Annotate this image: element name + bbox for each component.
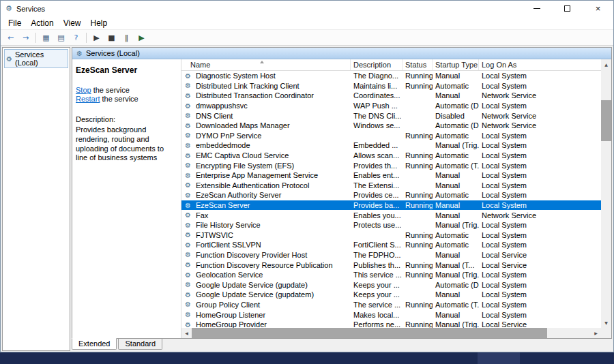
scroll-right-icon[interactable]: ▶	[591, 328, 601, 338]
restart-service-link[interactable]: Restart	[76, 95, 100, 103]
service-row[interactable]: ⚙dmwappushsvcWAP Push ...Automatic (D...…	[181, 101, 601, 111]
service-row[interactable]: ⚙File History ServiceProtects use...Manu…	[181, 220, 601, 230]
service-logon-as: Local System	[479, 132, 601, 140]
horizontal-scroll-thumb[interactable]	[192, 328, 547, 338]
service-row[interactable]: ⚙DYMO PnP ServiceRunningAutomaticLocal S…	[181, 131, 601, 141]
service-logon-as: Local System	[479, 301, 601, 309]
scroll-up-icon[interactable]: ▲	[601, 59, 611, 70]
service-row[interactable]: ⚙embeddedmodeEmbedded ...Manual (Trig...…	[181, 140, 601, 151]
service-name-cell: ⚙Distributed Link Tracking Client	[181, 82, 351, 90]
service-row[interactable]: ⚙EMC Captiva Cloud ServiceAllows scan...…	[181, 151, 601, 161]
service-description: Provides ce...	[351, 191, 403, 199]
service-row[interactable]: ⚙FortiClient SSLVPNFortiClient S...Runni…	[181, 240, 601, 250]
service-row[interactable]: ⚙HomeGroup ProviderPerforms ne...Running…	[181, 320, 601, 328]
service-row[interactable]: ⚙Google Update Service (gupdate)Keeps yo…	[181, 279, 601, 290]
menu-help[interactable]: Help	[86, 18, 113, 29]
window-title: Services	[16, 5, 45, 13]
scroll-down-icon[interactable]: ▼	[601, 318, 611, 328]
service-name-cell: ⚙HomeGroup Provider	[181, 320, 351, 328]
column-header-startup-type[interactable]: Startup Type	[433, 59, 479, 70]
service-row[interactable]: ⚙Downloaded Maps ManagerWindows se...Aut…	[181, 121, 601, 131]
column-header-log-on-as[interactable]: Log On As	[479, 59, 601, 70]
show-console-tree-button[interactable]: ▦	[39, 31, 53, 44]
service-name-cell: ⚙EMC Captiva Cloud Service	[181, 151, 351, 160]
service-row[interactable]: ⚙FJTWSVICRunningAutomaticLocal System	[181, 230, 601, 241]
service-name: DNS Client	[196, 112, 233, 120]
pause-service-button[interactable]: ‖	[119, 31, 134, 44]
service-gear-icon: ⚙	[184, 192, 192, 199]
tab-standard[interactable]: Standard	[118, 339, 162, 350]
service-description-text: Provides background rendering, routing a…	[76, 125, 177, 163]
menu-file[interactable]: File	[3, 18, 26, 29]
service-startup-type: Automatic (T...	[433, 162, 479, 170]
content-frame: ⚙ Services (Local) EzeScan Server Stop t…	[72, 47, 612, 339]
stop-service-button[interactable]: ■	[104, 31, 119, 44]
service-row[interactable]: ⚙Group Policy ClientThe service ...Runni…	[181, 300, 601, 310]
service-logon-as: Network Service	[479, 91, 601, 100]
service-row[interactable]: ⚙Distributed Transaction CoordinatorCoor…	[181, 91, 601, 101]
vertical-scrollbar[interactable]: ▲ ▼	[601, 59, 611, 328]
tree-item-services-local[interactable]: ⚙ Services (Local)	[4, 49, 68, 68]
service-name-cell: ⚙Fax	[181, 211, 351, 219]
service-gear-icon: ⚙	[184, 162, 192, 169]
column-header-description[interactable]: Description	[351, 59, 403, 70]
service-status: Running	[403, 132, 433, 140]
service-row[interactable]: ⚙Encrypting File System (EFS)Provides th…	[181, 160, 601, 170]
service-row[interactable]: ⚙FaxEnables you...ManualNetwork Service	[181, 210, 601, 220]
horizontal-scrollbar[interactable]: ◀ ▶	[181, 328, 601, 338]
service-name-cell: ⚙File History Service	[181, 221, 351, 229]
service-row[interactable]: ⚙HomeGroup ListenerMakes local...ManualL…	[181, 309, 601, 320]
menu-action[interactable]: Action	[26, 18, 58, 29]
maximize-button[interactable]	[552, 1, 583, 16]
service-name: Function Discovery Provider Host	[196, 251, 307, 259]
service-row[interactable]: ⚙EzeScan ServerProvides ba...RunningManu…	[181, 200, 601, 211]
taskbar[interactable]	[0, 352, 614, 364]
service-gear-icon: ⚙	[184, 251, 192, 258]
minimize-button[interactable]	[521, 1, 552, 16]
service-row[interactable]: ⚙Diagnostic System HostThe Diagno...Runn…	[181, 71, 601, 81]
service-logon-as: Local System	[479, 82, 601, 90]
service-row[interactable]: ⚙Function Discovery Resource Publication…	[181, 260, 601, 270]
service-row[interactable]: ⚙Enterprise App Management ServiceEnable…	[181, 170, 601, 181]
service-row[interactable]: ⚙Function Discovery Provider HostThe FDP…	[181, 250, 601, 260]
service-startup-type: Automatic	[433, 82, 479, 90]
taskbar-segment[interactable]	[478, 352, 520, 364]
service-row[interactable]: ⚙EzeScan Authority ServerProvides ce...R…	[181, 190, 601, 200]
service-row[interactable]: ⚙Geolocation ServiceThis service ...Runn…	[181, 270, 601, 280]
start-service-button[interactable]: ▶	[89, 31, 104, 44]
back-button[interactable]: ←	[3, 31, 18, 44]
service-status: Running	[403, 231, 433, 239]
service-status: Running	[403, 72, 433, 80]
service-row[interactable]: ⚙Extensible Authentication ProtocolThe E…	[181, 181, 601, 191]
service-gear-icon: ⚙	[184, 122, 192, 130]
service-description: Protects use...	[351, 221, 403, 229]
service-startup-type: Manual	[433, 211, 479, 219]
service-row[interactable]: ⚙Google Update Service (gupdatem)Keeps y…	[181, 290, 601, 300]
close-button[interactable]: ×	[583, 1, 613, 16]
stop-service-suffix: the service	[91, 86, 130, 94]
column-header-name[interactable]: Name	[181, 59, 351, 70]
export-list-button[interactable]: ▤	[54, 31, 68, 44]
service-row[interactable]: ⚙Distributed Link Tracking ClientMaintai…	[181, 81, 601, 91]
service-name-cell: ⚙Extensible Authentication Protocol	[181, 181, 351, 189]
service-name-cell: ⚙Google Update Service (gupdate)	[181, 281, 351, 289]
vertical-scroll-thumb[interactable]	[601, 100, 611, 141]
service-description: Embedded ...	[351, 141, 403, 149]
service-row[interactable]: ⚙DNS ClientThe DNS Cli...DisabledNetwork…	[181, 110, 601, 121]
menu-view[interactable]: View	[59, 18, 86, 29]
maximize-icon	[564, 5, 570, 12]
restart-service-button[interactable]: ▶	[134, 31, 149, 44]
column-header-status[interactable]: Status	[403, 59, 433, 70]
scroll-left-icon[interactable]: ◀	[181, 328, 192, 338]
toolbar: ←→▦▤?▶■‖▶	[1, 29, 613, 46]
service-startup-type: Disabled	[433, 112, 479, 120]
tab-extended[interactable]: Extended	[72, 338, 117, 350]
column-header-label: Description	[353, 61, 391, 69]
forward-button[interactable]: →	[18, 31, 33, 44]
service-gear-icon: ⚙	[184, 181, 192, 189]
console-tree-panel: ⚙ Services (Local)	[2, 47, 70, 351]
help-button[interactable]: ?	[69, 31, 83, 44]
stop-service-link[interactable]: Stop	[76, 86, 91, 94]
service-description: The Diagno...	[351, 72, 403, 80]
service-startup-type: Automatic (D...	[433, 102, 479, 110]
